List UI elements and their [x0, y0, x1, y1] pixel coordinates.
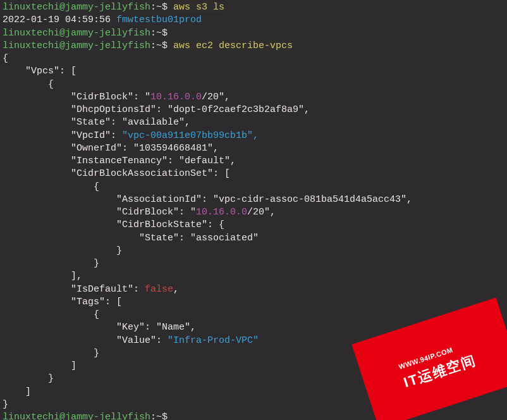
timestamp: 2022-01-19 04:59:56: [3, 15, 116, 25]
path-separator: :~$: [150, 40, 173, 51]
json-vpcid: "VpcId": "vpc-00a911e07bb99cb1b",: [3, 130, 504, 142]
json-state: "State": "available",: [3, 116, 504, 129]
json-dhcp: "DhcpOptionsId": "dopt-0f2caef2c3b2af8a9…: [3, 104, 504, 116]
json-cbstate-open: "CidrBlockState": {: [3, 219, 504, 232]
json-tags-close: ]: [3, 360, 504, 373]
bucket-name: fmwtestbu01prod: [116, 15, 202, 25]
json-brace-close: }: [3, 398, 504, 411]
path-separator: :~$: [150, 412, 173, 420]
json-isdefault: "IsDefault": false,: [3, 283, 504, 296]
json-tag-close: }: [3, 347, 504, 360]
prompt-line-2: linuxtechi@jammy-jellyfish:~$ aws ec2 de…: [3, 40, 504, 52]
json-cbstate-val: "State": "associated": [3, 232, 504, 245]
json-cbstate-close: }: [3, 245, 504, 257]
user-host: linuxtechi@jammy-jellyfish: [3, 2, 150, 13]
prompt-line-last[interactable]: linuxtechi@jammy-jellyfish:~$: [3, 411, 504, 420]
json-tag-value: "Value": "Infra-Prod-VPC": [3, 335, 504, 347]
json-cidrblock: "CidrBlock": "10.16.0.0/20",: [3, 91, 504, 104]
s3-output-line: 2022-01-19 04:59:56 fmwtestbu01prod: [3, 14, 504, 27]
json-tag-key: "Key": "Name",: [3, 321, 504, 334]
user-host: linuxtechi@jammy-jellyfish: [3, 412, 150, 420]
prompt-line-1: linuxtechi@jammy-jellyfish:~$ aws s3 ls: [3, 1, 504, 14]
user-host: linuxtechi@jammy-jellyfish: [3, 40, 150, 51]
json-array-open: {: [3, 78, 504, 91]
command-aws-s3-ls[interactable]: aws s3 ls: [173, 2, 224, 13]
json-cba-close: }: [3, 257, 504, 270]
json-cba-cidr: "CidrBlock": "10.16.0.0/20",: [3, 206, 504, 219]
json-cba-open: {: [3, 181, 504, 194]
json-tenancy: "InstanceTenancy": "default",: [3, 155, 504, 168]
path-separator: :~$: [150, 28, 168, 39]
json-associd: "AssociationId": "vpc-cidr-assoc-081ba54…: [3, 194, 504, 206]
json-cbaset-close: ],: [3, 270, 504, 283]
terminal-output: linuxtechi@jammy-jellyfish:~$ aws s3 ls …: [3, 1, 504, 420]
command-aws-ec2-describe-vpcs[interactable]: aws ec2 describe-vpcs: [173, 40, 293, 51]
json-tag-open: {: [3, 309, 504, 321]
json-brace-open: {: [3, 52, 504, 65]
json-array-close: }: [3, 373, 504, 385]
user-host: linuxtechi@jammy-jellyfish: [3, 28, 150, 39]
path-separator: :~$: [150, 2, 173, 13]
json-cbaset-key: "CidrBlockAssociationSet": [: [3, 168, 504, 180]
prompt-line-empty: linuxtechi@jammy-jellyfish:~$: [3, 27, 504, 40]
json-vpcs-key: "Vpcs": [: [3, 65, 504, 78]
json-ownerid: "OwnerId": "103594668481",: [3, 142, 504, 155]
json-vpcs-close: ]: [3, 386, 504, 398]
json-tags-open: "Tags": [: [3, 296, 504, 309]
